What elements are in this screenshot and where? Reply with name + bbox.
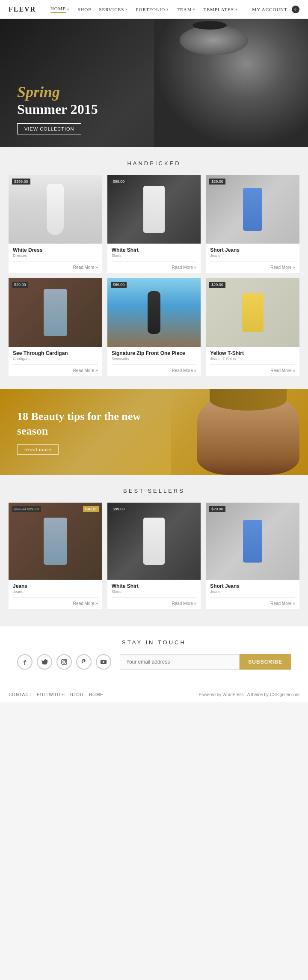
nav-right: MY ACCOUNT 0	[252, 6, 299, 13]
product-image-yellow-tshirt	[206, 278, 299, 347]
bestseller-name-white-shirt: White Shirt	[112, 583, 197, 589]
hero-summer: Summer 2015	[17, 101, 98, 117]
hero-content: Spring Summer 2015 View Collection	[17, 84, 98, 134]
footer-credit: Powered by WordPress - A theme by CSSIgn…	[199, 692, 299, 697]
nav-links: HOME ▾ SHOP SERVICES ▾ PORTFOLIO ▾ TEAM …	[50, 6, 238, 13]
product-image-swimsuit	[107, 278, 201, 347]
divider-short-jeans	[210, 261, 295, 262]
product-image-cardigan	[9, 278, 102, 347]
divider-cardigan	[13, 364, 98, 365]
bestseller-info-white-shirt: White Shirt Shirts	[107, 580, 201, 594]
beauty-banner-section: 18 Beauty tips for the new season Read m…	[0, 389, 308, 475]
footer-link-home[interactable]: HOME	[89, 692, 104, 697]
handpicked-section: HANDPICKED $399.00 White Dress Dresses R…	[0, 147, 308, 389]
product-category-cardigan: Cardigans	[13, 357, 98, 361]
footer-link-blog[interactable]: BLOG	[70, 692, 84, 697]
read-more-white-dress[interactable]: Read More	[9, 265, 102, 273]
product-info-short-jeans: Short Jeans Jeans	[206, 244, 299, 258]
twitter-icon[interactable]	[37, 654, 52, 670]
product-info-swimsuit: Signature Zip Front One Piece Swimsuits	[107, 347, 201, 361]
footer-link-contact[interactable]: CONTACT	[9, 692, 32, 697]
nav-shop[interactable]: SHOP	[77, 6, 91, 13]
product-image-short-jeans	[206, 175, 299, 244]
divider-bs-white-shirt	[112, 597, 197, 598]
bestseller-info-short-jeans: Short Jeans Jeans	[206, 580, 299, 594]
price-badge-white-dress: $399.00	[12, 179, 30, 185]
instagram-icon[interactable]	[56, 654, 72, 670]
read-more-bs-jeans[interactable]: Read More	[9, 601, 102, 609]
footer: CONTACT FULLWIDTH BLOG HOME Powered by W…	[0, 687, 308, 702]
read-more-bs-short-jeans[interactable]: Read More	[206, 601, 299, 609]
product-category-white-dress: Dresses	[13, 253, 98, 258]
bestseller-image-short-jeans	[206, 503, 299, 580]
read-more-swimsuit[interactable]: Read More	[107, 368, 201, 376]
hero-hat	[192, 21, 227, 30]
stay-in-touch-section: STAY IN TOUCH SUBSCRIBE	[0, 626, 308, 687]
nav-templates[interactable]: TEMPLATES ▾	[203, 6, 237, 13]
nav-team[interactable]: TEAM ▾	[177, 6, 195, 13]
product-name-cardigan: See Through Cardigan	[13, 350, 98, 356]
bestsellers-section: BEST SELLERS $99.00 $29.00 SALE! Jeans J…	[0, 475, 308, 626]
svg-rect-0	[62, 659, 67, 664]
product-card-yellow-tshirt: $29.00 Yellow T-Shirt Jeans, T-Shirts Re…	[206, 278, 299, 376]
divider-yellow-tshirt	[210, 364, 295, 365]
product-name-short-jeans: Short Jeans	[210, 247, 295, 253]
footer-links: CONTACT FULLWIDTH BLOG HOME	[9, 692, 104, 697]
email-input[interactable]	[120, 654, 240, 670]
divider-bs-short-jeans	[210, 597, 295, 598]
beauty-cta-button[interactable]: Read more	[17, 444, 59, 455]
beauty-content: 18 Beauty tips for the new season Read m…	[0, 409, 163, 455]
divider-white-dress	[13, 261, 98, 262]
email-subscribe-form: SUBSCRIBE	[120, 654, 291, 670]
my-account-link[interactable]: MY ACCOUNT	[252, 7, 287, 12]
main-nav: FLEVR HOME ▾ SHOP SERVICES ▾ PORTFOLIO ▾…	[0, 0, 308, 19]
bestseller-name-short-jeans: Short Jeans	[210, 583, 295, 589]
subscribe-button[interactable]: SUBSCRIBE	[240, 654, 291, 670]
product-image-white-shirt	[107, 175, 201, 244]
bestseller-card-short-jeans: $29.00 Short Jeans Jeans Read More	[206, 503, 299, 609]
facebook-icon[interactable]	[17, 654, 33, 670]
hero-cta-button[interactable]: View Collection	[17, 123, 81, 134]
bestseller-category-white-shirt: Shirts	[112, 590, 197, 594]
product-category-short-jeans: Jeans	[210, 253, 295, 258]
footer-link-fullwidth[interactable]: FULLWIDTH	[37, 692, 65, 697]
bestsellers-title: BEST SELLERS	[0, 475, 308, 503]
product-image-white-dress	[9, 175, 102, 244]
pinterest-icon[interactable]	[76, 654, 92, 670]
nav-portfolio[interactable]: PORTFOLIO ▾	[136, 6, 169, 13]
svg-point-2	[65, 660, 66, 661]
handpicked-title: HANDPICKED	[0, 147, 308, 175]
nav-services[interactable]: SERVICES ▾	[99, 6, 128, 13]
cart-icon[interactable]: 0	[292, 6, 299, 13]
youtube-icon[interactable]	[96, 654, 111, 670]
read-more-short-jeans[interactable]: Read More	[206, 265, 299, 273]
product-info-white-dress: White Dress Dresses	[9, 244, 102, 258]
nav-logo[interactable]: FLEVR	[9, 6, 36, 13]
price-badge-white-shirt: $99.00	[111, 179, 127, 185]
nav-home[interactable]: HOME ▾	[50, 6, 70, 13]
product-info-yellow-tshirt: Yellow T-Shirt Jeans, T-Shirts	[206, 347, 299, 361]
beauty-hair	[210, 389, 287, 411]
read-more-bs-white-shirt[interactable]: Read More	[107, 601, 201, 609]
read-more-cardigan[interactable]: Read More	[9, 368, 102, 376]
product-name-swimsuit: Signature Zip Front One Piece	[112, 350, 197, 356]
read-more-yellow-tshirt[interactable]: Read More	[206, 368, 299, 376]
bestseller-card-white-shirt: $99.00 White Shirt Shirts Read More	[107, 503, 201, 609]
product-card-white-shirt: $99.00 White Shirt Shirts Read More	[107, 175, 201, 273]
bestseller-card-jeans: $99.00 $29.00 SALE! Jeans Jeans Read Mor…	[9, 503, 102, 609]
divider-swimsuit	[112, 364, 197, 365]
product-category-yellow-tshirt: Jeans, T-Shirts	[210, 357, 295, 361]
price-badge-bs-short-jeans: $29.00	[209, 506, 225, 512]
beauty-woman-bg	[171, 389, 308, 475]
bestseller-category-short-jeans: Jeans	[210, 590, 295, 594]
price-badge-swimsuit: $89.00	[111, 282, 127, 288]
bestseller-category-jeans: Jeans	[13, 590, 98, 594]
read-more-white-shirt[interactable]: Read More	[107, 265, 201, 273]
beauty-title: 18 Beauty tips for the new season	[17, 409, 145, 438]
bestseller-image-jeans	[9, 503, 102, 580]
divider-white-shirt	[112, 261, 197, 262]
bestseller-image-white-shirt	[107, 503, 201, 580]
sale-badge-jeans: SALE!	[83, 506, 99, 512]
hero-spring: Spring	[17, 84, 98, 101]
product-category-white-shirt: Shirts	[112, 253, 197, 258]
